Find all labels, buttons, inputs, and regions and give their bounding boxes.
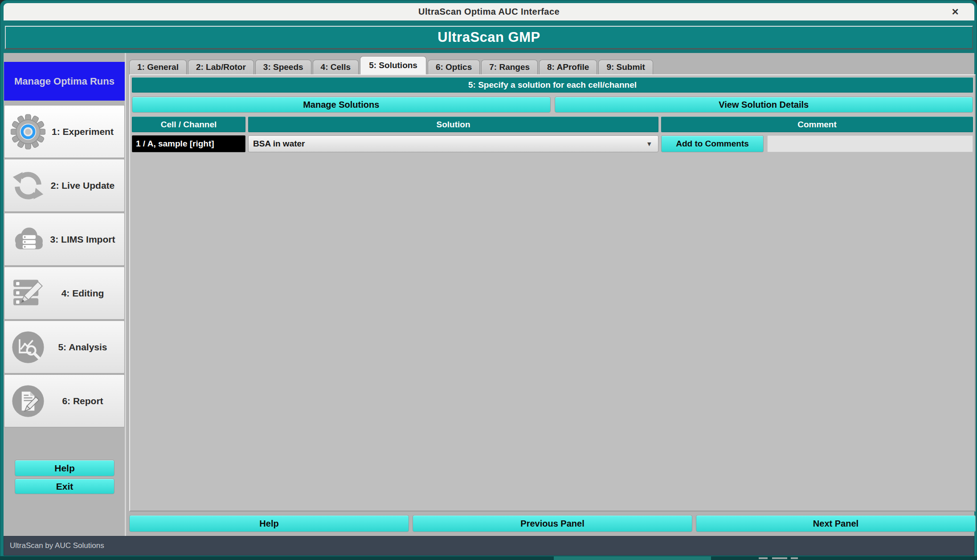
app-header-title: UltraScan GMP bbox=[437, 29, 540, 45]
previous-panel-button[interactable]: Previous Panel bbox=[413, 515, 692, 532]
window-title: UltraScan Optima AUC Interface bbox=[418, 7, 560, 17]
title-bar: UltraScan Optima AUC Interface × bbox=[4, 3, 974, 20]
tab-submit[interactable]: 9: Submit bbox=[598, 60, 653, 74]
footer-help-button[interactable]: Help bbox=[129, 515, 409, 532]
sidebar-nav: 1: Experiment 2: Live Update bbox=[4, 105, 125, 428]
sidebar-banner: Manage Optima Runs bbox=[4, 62, 125, 101]
window-body: Manage Optima Runs bbox=[4, 53, 974, 536]
taskbar-fragment bbox=[0, 556, 977, 560]
sidebar-item-label: 1: Experiment bbox=[45, 126, 124, 137]
taskbar-mark bbox=[791, 557, 798, 559]
sidebar-item-lims-import[interactable]: 3: LIMS Import bbox=[4, 213, 125, 266]
sidebar-item-label: 5: Analysis bbox=[45, 342, 124, 353]
tab-cells[interactable]: 4: Cells bbox=[313, 60, 359, 74]
column-header-comment: Comment bbox=[661, 117, 973, 132]
refresh-icon bbox=[11, 168, 45, 203]
close-icon: × bbox=[952, 5, 958, 19]
solutions-toolbar: Manage Solutions View Solution Details bbox=[132, 97, 973, 113]
taskbar-mark bbox=[772, 557, 787, 559]
dropdown-arrow-icon: ▾ bbox=[647, 140, 651, 148]
taskbar-mark bbox=[759, 557, 768, 559]
comment-input[interactable] bbox=[767, 135, 973, 152]
tab-ranges[interactable]: 7: Ranges bbox=[481, 60, 538, 74]
solution-dropdown-value: BSA in water bbox=[253, 139, 305, 149]
column-header-cell-channel: Cell / Channel bbox=[132, 117, 245, 132]
sidebar-item-live-update[interactable]: 2: Live Update bbox=[4, 159, 125, 212]
app-header: UltraScan GMP bbox=[5, 26, 973, 49]
add-to-comments-button[interactable]: Add to Comments bbox=[661, 135, 764, 152]
comment-cell: Add to Comments bbox=[661, 135, 973, 152]
sidebar-item-label: 3: LIMS Import bbox=[45, 234, 124, 245]
sidebar-item-experiment[interactable]: 1: Experiment bbox=[4, 105, 125, 158]
app-window: UltraScan Optima AUC Interface × UltraSc… bbox=[0, 0, 977, 556]
sidebar-help-button[interactable]: Help bbox=[15, 460, 114, 476]
table-row: 1 / A, sample [right] BSA in water ▾ Add… bbox=[132, 135, 973, 152]
solutions-panel: 5: Specify a solution for each cell/chan… bbox=[129, 74, 976, 511]
screen: UltraScan Optima AUC Interface × UltraSc… bbox=[0, 0, 977, 560]
status-text: UltraScan by AUC Solutions bbox=[10, 541, 104, 550]
main-area: 1: General 2: Lab/Rotor 3: Speeds 4: Cel… bbox=[127, 53, 974, 536]
tab-lab-rotor[interactable]: 2: Lab/Rotor bbox=[188, 60, 254, 74]
cell-channel-label: 1 / A, sample [right] bbox=[132, 135, 245, 152]
solution-dropdown[interactable]: BSA in water ▾ bbox=[248, 135, 658, 152]
chart-magnifier-icon bbox=[11, 330, 45, 365]
column-header-solution: Solution bbox=[248, 117, 658, 132]
sidebar-item-report[interactable]: 6: Report bbox=[4, 374, 125, 427]
manage-solutions-button[interactable]: Manage Solutions bbox=[132, 97, 551, 113]
cloud-database-icon bbox=[11, 222, 45, 257]
view-solution-details-button[interactable]: View Solution Details bbox=[555, 97, 973, 113]
tab-optics[interactable]: 6: Optics bbox=[428, 60, 480, 74]
tab-bar: 1: General 2: Lab/Rotor 3: Speeds 4: Cel… bbox=[129, 56, 654, 74]
tab-aprofile[interactable]: 8: AProfile bbox=[539, 60, 597, 74]
tab-solutions[interactable]: 5: Solutions bbox=[360, 56, 426, 74]
taskbar-segment bbox=[554, 556, 711, 560]
table-header-row: Cell / Channel Solution Comment bbox=[132, 117, 973, 132]
panel-instruction-banner: 5: Specify a solution for each cell/chan… bbox=[132, 77, 973, 93]
document-edit-icon bbox=[11, 384, 45, 418]
next-panel-button[interactable]: Next Panel bbox=[696, 515, 976, 532]
sidebar: Manage Optima Runs bbox=[4, 53, 125, 536]
sidebar-item-label: 2: Live Update bbox=[45, 180, 124, 191]
footer-button-row: Help Previous Panel Next Panel bbox=[129, 515, 976, 532]
server-edit-icon bbox=[11, 276, 45, 311]
sidebar-item-label: 6: Report bbox=[45, 396, 124, 406]
status-bar: UltraScan by AUC Solutions bbox=[4, 536, 974, 556]
gear-icon bbox=[11, 114, 45, 149]
sidebar-item-analysis[interactable]: 5: Analysis bbox=[4, 321, 125, 373]
close-button[interactable]: × bbox=[948, 5, 963, 18]
tab-general[interactable]: 1: General bbox=[129, 60, 187, 74]
sidebar-item-editing[interactable]: 4: Editing bbox=[4, 267, 125, 320]
tab-speeds[interactable]: 3: Speeds bbox=[255, 60, 311, 74]
sidebar-item-label: 4: Editing bbox=[45, 288, 124, 299]
sidebar-exit-button[interactable]: Exit bbox=[15, 479, 114, 494]
sidebar-divider bbox=[125, 53, 126, 536]
